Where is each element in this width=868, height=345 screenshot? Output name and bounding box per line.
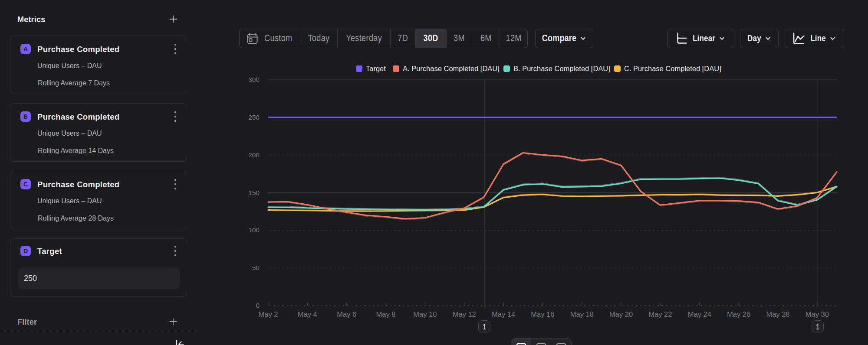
svg-text:May 20: May 20: [609, 310, 633, 318]
svg-text:May 12: May 12: [453, 310, 476, 318]
svg-text:May 22: May 22: [648, 310, 672, 318]
svg-text:May 10: May 10: [413, 310, 437, 318]
svg-text:May 2: May 2: [259, 310, 278, 318]
svg-text:May 16: May 16: [531, 310, 554, 318]
svg-text:May 4: May 4: [298, 310, 317, 318]
svg-text:0: 0: [256, 302, 260, 309]
svg-text:1: 1: [815, 323, 819, 331]
svg-text:May 24: May 24: [688, 310, 711, 318]
svg-text:100: 100: [248, 226, 260, 234]
svg-text:May 14: May 14: [492, 310, 515, 318]
svg-text:1: 1: [482, 323, 486, 331]
svg-text:50: 50: [252, 264, 260, 271]
svg-text:150: 150: [248, 189, 260, 196]
svg-text:250: 250: [248, 114, 260, 121]
svg-text:May 18: May 18: [570, 310, 594, 318]
svg-text:300: 300: [248, 76, 260, 83]
svg-text:May 30: May 30: [806, 310, 829, 318]
svg-text:May 6: May 6: [337, 310, 356, 318]
svg-text:200: 200: [248, 151, 260, 159]
svg-text:May 8: May 8: [376, 310, 396, 318]
svg-text:May 28: May 28: [766, 310, 789, 318]
svg-text:May 26: May 26: [727, 310, 750, 318]
